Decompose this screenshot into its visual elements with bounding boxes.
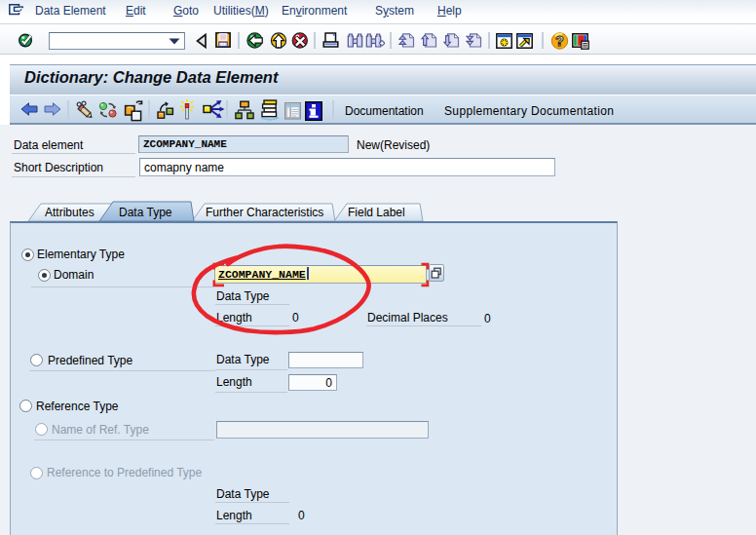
svg-text:Further Characteristics: Further Characteristics [206, 206, 323, 219]
svg-text:?: ? [555, 33, 564, 49]
svg-text:Field Label: Field Label [348, 206, 405, 219]
svg-text:Attributes: Attributes [45, 206, 94, 219]
svg-text:Data Type: Data Type [119, 206, 172, 219]
